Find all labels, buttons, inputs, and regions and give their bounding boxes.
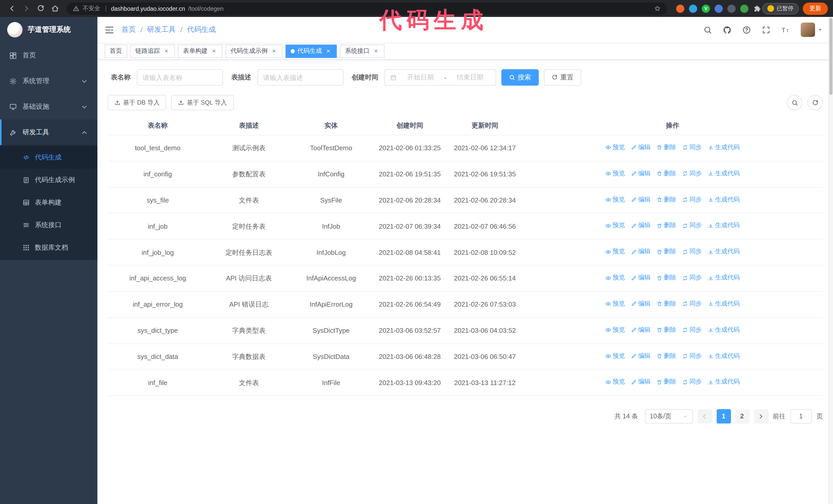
import-sql-button[interactable]: 基于 SQL 导入: [171, 95, 234, 110]
import-db-button[interactable]: 基于 DB 导入: [108, 95, 166, 110]
op-generate-link[interactable]: 生成代码: [708, 169, 740, 179]
op-delete-link[interactable]: 删除: [657, 195, 676, 205]
page-button-2[interactable]: 2: [735, 409, 749, 424]
sidebar-subitem-api[interactable]: 系统接口: [0, 214, 97, 236]
v-check-extension-icon[interactable]: V: [702, 4, 710, 13]
next-page-button[interactable]: [754, 409, 768, 424]
op-sync-link[interactable]: 同步: [682, 195, 702, 205]
op-preview-link[interactable]: 预览: [605, 273, 625, 283]
op-delete-link[interactable]: 删除: [657, 351, 676, 361]
op-preview-link[interactable]: 预览: [605, 247, 625, 257]
op-delete-link[interactable]: 删除: [657, 273, 676, 283]
scrollbar-thumb[interactable]: [829, 18, 832, 95]
op-preview-link[interactable]: 预览: [605, 221, 625, 231]
op-delete-link[interactable]: 删除: [657, 377, 676, 387]
users-extension-icon[interactable]: [715, 4, 723, 13]
close-tab-icon[interactable]: [372, 47, 379, 55]
op-sync-link[interactable]: 同步: [682, 247, 702, 257]
prev-page-button[interactable]: [697, 409, 712, 424]
sidebar-item-infra[interactable]: 基础设施: [0, 94, 97, 119]
op-edit-link[interactable]: 编辑: [631, 247, 650, 257]
op-edit-link[interactable]: 编辑: [631, 273, 650, 283]
op-generate-link[interactable]: 生成代码: [708, 247, 740, 257]
close-tab-icon[interactable]: [270, 47, 277, 55]
close-tab-icon[interactable]: [210, 47, 217, 55]
tab-api[interactable]: 系统接口: [340, 44, 384, 58]
op-edit-link[interactable]: 编辑: [631, 377, 650, 387]
op-delete-link[interactable]: 删除: [657, 299, 676, 309]
breadcrumb-item[interactable]: 研发工具: [147, 25, 176, 34]
op-generate-link[interactable]: 生成代码: [708, 377, 740, 387]
fox-extension-icon[interactable]: [676, 4, 684, 13]
drop-extension-icon[interactable]: [689, 4, 697, 13]
sidebar-item-system[interactable]: 系统管理: [0, 68, 97, 94]
profile-paused-badge[interactable]: 已暂停: [762, 3, 799, 14]
address-bar[interactable]: 不安全 dashboard.yudao.iocoder.cn/tool/code…: [67, 2, 667, 15]
close-tab-icon[interactable]: [163, 47, 170, 55]
op-generate-link[interactable]: 生成代码: [708, 143, 740, 153]
op-delete-link[interactable]: 删除: [657, 247, 676, 257]
op-generate-link[interactable]: 生成代码: [708, 351, 740, 361]
op-edit-link[interactable]: 编辑: [631, 143, 650, 153]
sidebar-subitem-codegen[interactable]: 代码生成: [0, 146, 97, 169]
search-button[interactable]: 搜索: [501, 69, 539, 86]
search-icon[interactable]: [703, 25, 712, 34]
op-edit-link[interactable]: 编辑: [631, 299, 650, 309]
fullscreen-icon[interactable]: [762, 25, 770, 34]
bookmark-star-icon[interactable]: [654, 5, 661, 12]
tab-trace[interactable]: 链路追踪: [130, 44, 175, 58]
op-sync-link[interactable]: 同步: [682, 377, 702, 387]
table-desc-input[interactable]: [257, 69, 343, 86]
op-sync-link[interactable]: 同步: [682, 273, 702, 283]
toggle-search-button[interactable]: [787, 95, 802, 110]
op-sync-link[interactable]: 同步: [682, 299, 702, 309]
sidebar-subitem-form-build[interactable]: 表单构建: [0, 191, 97, 214]
op-preview-link[interactable]: 预览: [605, 143, 625, 153]
leaf-extension-icon[interactable]: [740, 4, 748, 13]
sidebar-subitem-codegen-example[interactable]: 代码生成示例: [0, 169, 97, 191]
goto-page-input[interactable]: [790, 409, 812, 424]
op-generate-link[interactable]: 生成代码: [708, 325, 740, 335]
op-preview-link[interactable]: 预览: [605, 299, 625, 309]
github-icon[interactable]: [723, 25, 732, 34]
op-sync-link[interactable]: 同步: [682, 169, 702, 179]
tab-home[interactable]: 首页: [104, 44, 127, 58]
sidebar-logo[interactable]: 芋道管理系统: [0, 17, 97, 43]
scrollbar[interactable]: [828, 17, 833, 504]
op-preview-link[interactable]: 预览: [605, 169, 625, 179]
browser-update-button[interactable]: 更新: [803, 2, 828, 15]
op-delete-link[interactable]: 删除: [657, 143, 676, 153]
reset-button[interactable]: 重置: [544, 69, 581, 86]
op-generate-link[interactable]: 生成代码: [708, 221, 740, 231]
breadcrumb-item[interactable]: 代码生成: [187, 25, 216, 34]
sidebar-toggle-icon[interactable]: [104, 25, 114, 34]
op-edit-link[interactable]: 编辑: [631, 221, 650, 231]
op-generate-link[interactable]: 生成代码: [708, 299, 740, 309]
sidebar-item-home[interactable]: 首页: [0, 43, 97, 68]
op-edit-link[interactable]: 编辑: [631, 169, 650, 179]
op-delete-link[interactable]: 删除: [657, 221, 676, 231]
op-preview-link[interactable]: 预览: [605, 377, 625, 387]
op-generate-link[interactable]: 生成代码: [708, 273, 740, 283]
user-menu[interactable]: [801, 23, 823, 37]
op-preview-link[interactable]: 预览: [605, 325, 625, 335]
tab-codegen-example[interactable]: 代码生成示例: [225, 44, 282, 58]
op-edit-link[interactable]: 编辑: [631, 195, 650, 205]
browser-back-icon[interactable]: [5, 2, 19, 15]
security-label[interactable]: 不安全: [82, 5, 100, 12]
font-size-icon[interactable]: TT: [781, 25, 790, 34]
op-generate-link[interactable]: 生成代码: [708, 195, 740, 205]
op-sync-link[interactable]: 同步: [682, 143, 702, 153]
op-edit-link[interactable]: 编辑: [631, 325, 650, 335]
sidebar-item-devtools[interactable]: 研发工具: [0, 119, 97, 145]
browser-forward-icon[interactable]: [20, 2, 33, 15]
page-button-1[interactable]: 1: [716, 409, 731, 424]
tab-form-build[interactable]: 表单构建: [178, 44, 222, 58]
extensions-puzzle-icon[interactable]: [754, 5, 761, 12]
op-delete-link[interactable]: 删除: [657, 325, 676, 335]
table-name-input[interactable]: [137, 69, 223, 86]
refresh-table-button[interactable]: [807, 95, 823, 110]
create-time-range-picker[interactable]: 开始日期 - 结束日期: [384, 69, 496, 86]
op-preview-link[interactable]: 预览: [605, 351, 625, 361]
tab-codegen[interactable]: 代码生成: [286, 44, 337, 58]
